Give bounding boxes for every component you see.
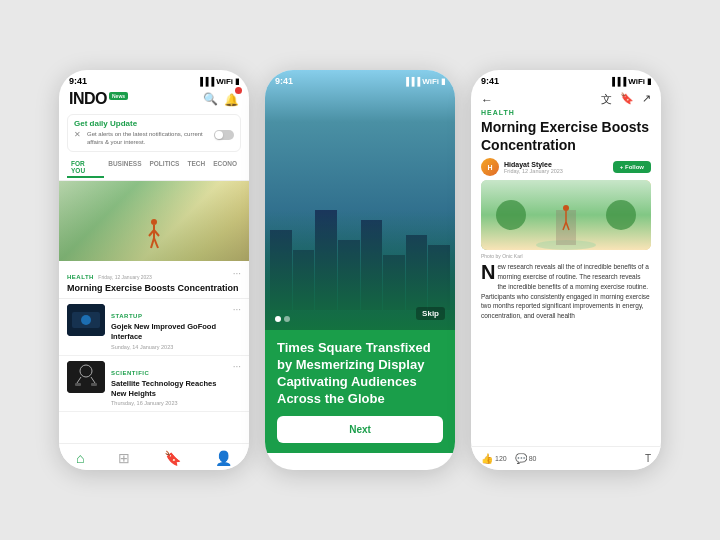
article-date-gojek: Sunday, 14 January 2023 [111, 344, 227, 350]
article-body-text: ew research reveals all the of incredibl… [481, 263, 650, 319]
time-left: 9:41 [69, 76, 87, 86]
article-content-gojek: STARTUP Gojek New Improved GoFood Interf… [111, 304, 227, 350]
article-date-satellite: Thursday, 16 January 2023 [111, 400, 227, 406]
daily-update-text: Get alerts on the latest notifications, … [87, 130, 210, 147]
wifi-icon: WiFi [216, 77, 233, 86]
more-options-icon[interactable]: ··· [233, 268, 241, 279]
nav-user[interactable]: 👤 [215, 450, 232, 466]
svg-rect-14 [91, 383, 97, 386]
article-bottom-actions: 👍 120 💬 80 T [471, 446, 661, 470]
nav-home[interactable]: ⌂ [76, 450, 84, 466]
more-options-gojek[interactable]: ··· [233, 304, 241, 315]
logo-news: News [109, 92, 128, 100]
status-bar-center: 9:41 ▐▐▐ WiFi ▮ [265, 70, 455, 88]
svg-point-18 [496, 200, 526, 230]
author-date: Friday, 12 January 2023 [504, 168, 613, 174]
list-item[interactable]: SCIENTIFIC Satellite Technology Reaches … [59, 356, 249, 413]
like-button[interactable]: 👍 120 [481, 453, 507, 464]
share-icon[interactable]: ↗ [642, 92, 651, 107]
hero-image: 9:41 ▐▐▐ WiFi ▮ Skip [265, 70, 455, 330]
dot-1[interactable] [275, 316, 281, 322]
author-avatar: H [481, 158, 499, 176]
article-content-satellite: SCIENTIFIC Satellite Technology Reaches … [111, 361, 227, 407]
battery-icon-center: ▮ [441, 77, 445, 86]
signal-icon: ▐▐▐ [197, 77, 214, 86]
tab-for-you[interactable]: FOR YOU [67, 158, 104, 178]
nav-bookmark[interactable]: 🔖 [164, 450, 181, 466]
battery-icon-right: ▮ [647, 77, 651, 86]
search-icon[interactable]: 🔍 [203, 92, 218, 106]
article-body: N ew research reveals all the of incredi… [471, 262, 661, 321]
article-nav-row: ← 文 🔖 ↗ [471, 88, 661, 109]
article-image-svg [481, 180, 651, 250]
font-size-icon[interactable]: T [645, 453, 651, 464]
runner-figure [144, 218, 164, 253]
phone-left: 9:41 ▐▐▐ WiFi ▮ INDONews 🔍 🔔 Get daily U… [59, 70, 249, 470]
time-center: 9:41 [275, 76, 293, 86]
nav-grid[interactable]: ⊞ [118, 450, 130, 466]
satellite-thumb-img [67, 361, 105, 393]
daily-update-toggle[interactable] [214, 130, 234, 140]
wifi-icon-center: WiFi [422, 77, 439, 86]
dot-2[interactable] [284, 316, 290, 322]
author-row: H Hidayat Stylee Friday, 12 January 2023… [471, 158, 661, 180]
svg-line-5 [154, 238, 158, 248]
bookmark-icon[interactable]: 🔖 [620, 92, 634, 107]
article-title-gojek: Gojek New Improved GoFood Interface [111, 322, 227, 342]
header-icons: 🔍 🔔 [203, 90, 239, 108]
phone-center: 9:41 ▐▐▐ WiFi ▮ Skip [265, 70, 455, 470]
status-icons-left: ▐▐▐ WiFi ▮ [197, 77, 239, 86]
svg-point-8 [81, 315, 91, 325]
author-name: Hidayat Stylee [504, 161, 613, 168]
svg-point-19 [606, 200, 636, 230]
daily-update-box: Get daily Update ✕ Get alerts on the lat… [67, 114, 241, 152]
tab-politics[interactable]: POLITICS [145, 158, 183, 178]
like-count: 120 [495, 455, 507, 462]
status-bar-right: 9:41 ▐▐▐ WiFi ▮ [471, 70, 661, 88]
comment-count: 80 [529, 455, 537, 462]
tab-econo[interactable]: ECONO [209, 158, 241, 178]
center-content-area: Times Square Transfixed by Mesmerizing D… [265, 330, 455, 453]
main-article-info: HEALTH Friday, 12 January 2023 ··· Morni… [59, 261, 249, 300]
wifi-icon-right: WiFi [628, 77, 645, 86]
article-label-scientific: SCIENTIFIC [111, 370, 149, 376]
status-bar-left: 9:41 ▐▐▐ WiFi ▮ [59, 70, 249, 88]
status-bar-inner: 9:41 ▐▐▐ WiFi ▮ [265, 70, 455, 88]
signal-icon-center: ▐▐▐ [403, 77, 420, 86]
main-article-title: Morning Exercise Boosts Concentration [67, 283, 241, 295]
list-item[interactable]: STARTUP Gojek New Improved GoFood Interf… [59, 299, 249, 356]
tab-tech[interactable]: TECH [183, 158, 209, 178]
svg-point-20 [563, 205, 569, 211]
more-options-satellite[interactable]: ··· [233, 361, 241, 372]
article-thumbnail-gojek [67, 304, 105, 336]
daily-update-title: Get daily Update [74, 119, 234, 128]
status-icons-center: ▐▐▐ WiFi ▮ [403, 77, 445, 86]
tab-business[interactable]: BUSINESS [104, 158, 145, 178]
back-icon[interactable]: ← [481, 93, 493, 107]
logo-text: INDO [69, 90, 107, 107]
skip-button[interactable]: Skip [416, 307, 445, 320]
follow-button[interactable]: + Follow [613, 161, 651, 173]
health-label: HEALTH [471, 109, 661, 116]
notification-button[interactable]: 🔔 [224, 90, 239, 108]
like-comment-group: 👍 120 💬 80 [481, 453, 536, 464]
article-title-satellite: Satellite Technology Reaches New Heights [111, 379, 227, 399]
status-icons-right: ▐▐▐ WiFi ▮ [609, 77, 651, 86]
article-title-right: Morning Exercise Boosts Concentration [471, 116, 661, 158]
comment-button[interactable]: 💬 80 [515, 453, 537, 464]
main-article-image[interactable] [59, 181, 249, 261]
article-image-right [481, 180, 651, 250]
main-article-label: HEALTH [67, 274, 94, 280]
app-header: INDONews 🔍 🔔 [59, 88, 249, 112]
gojek-thumb-img [67, 304, 105, 336]
drop-cap: N [481, 262, 495, 282]
close-icon[interactable]: ✕ [74, 130, 81, 139]
battery-icon: ▮ [235, 77, 239, 86]
thumbs-up-icon: 👍 [481, 453, 493, 464]
article-action-icons: 文 🔖 ↗ [601, 92, 651, 107]
next-button[interactable]: Next [277, 416, 443, 443]
carousel-dots [275, 316, 290, 322]
article-thumbnail-satellite [67, 361, 105, 393]
toggle-knob [215, 131, 223, 139]
translate-icon[interactable]: 文 [601, 92, 612, 107]
